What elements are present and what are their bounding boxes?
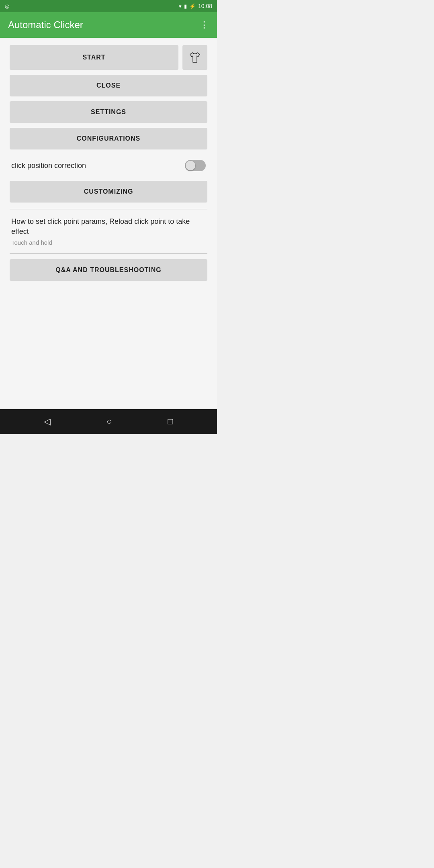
- wifi-icon: ▾: [179, 3, 182, 9]
- app-title: Automatic Clicker: [8, 19, 83, 31]
- shirt-icon: [188, 51, 201, 64]
- status-time: 10:08: [198, 3, 212, 9]
- app-bar: Automatic Clicker ⋮: [0, 12, 217, 38]
- settings-button[interactable]: SETTINGS: [10, 101, 207, 123]
- configurations-button[interactable]: CONFIGURATIONS: [10, 128, 207, 149]
- info-title: How to set click point params, Reload cl…: [11, 217, 206, 237]
- overflow-menu-icon[interactable]: ⋮: [200, 20, 209, 29]
- qa-button[interactable]: Q&A AND TROUBLESHOOTING: [10, 259, 207, 281]
- app-icon: ◎: [5, 3, 9, 9]
- info-section: How to set click point params, Reload cl…: [10, 215, 207, 252]
- divider-2: [10, 253, 207, 254]
- signal-icon: ▮: [184, 3, 187, 9]
- start-button[interactable]: START: [10, 45, 178, 70]
- status-bar-left: ◎: [5, 3, 9, 9]
- status-bar: ◎ ▾ ▮ ⚡ 10:08: [0, 0, 217, 12]
- nav-bar: ◁ ○ □: [0, 409, 217, 434]
- recent-button[interactable]: □: [168, 416, 173, 427]
- status-bar-right: ▾ ▮ ⚡ 10:08: [179, 3, 212, 9]
- divider-1: [10, 209, 207, 209]
- close-button[interactable]: CLOSE: [10, 75, 207, 96]
- toggle-label: click position correction: [11, 162, 86, 170]
- info-subtitle: Touch and hold: [11, 239, 206, 246]
- main-content: START CLOSE SETTINGS CONFIGURATIONS clic…: [0, 38, 217, 409]
- back-button[interactable]: ◁: [44, 416, 51, 427]
- start-row: START: [10, 45, 207, 70]
- position-correction-toggle[interactable]: [185, 160, 206, 171]
- customizing-button[interactable]: CUSTOMIZING: [10, 181, 207, 203]
- toggle-thumb: [186, 161, 195, 170]
- toggle-row: click position correction: [10, 154, 207, 177]
- shirt-button[interactable]: [182, 45, 207, 70]
- battery-icon: ⚡: [189, 3, 196, 9]
- home-button[interactable]: ○: [106, 416, 112, 427]
